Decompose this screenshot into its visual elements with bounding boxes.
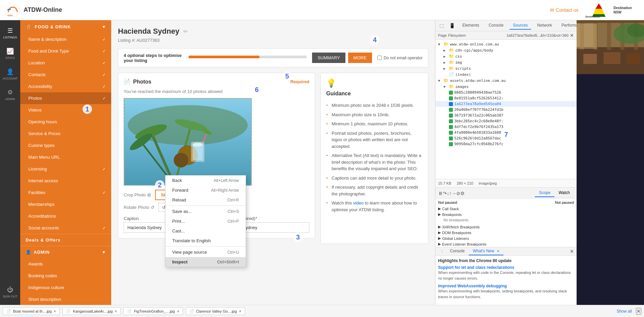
event-title[interactable]: ▶ Event Listener Breakpoints xyxy=(438,242,574,246)
download-item-3[interactable]: 📄 Clarence Valley Go....jpg ∧ xyxy=(186,307,245,315)
show-all-button[interactable]: Show all xyxy=(617,309,632,314)
sidebar-item-indigenous-culture[interactable]: Indigenous culture xyxy=(20,282,111,293)
context-cast[interactable]: Cast... xyxy=(165,226,246,236)
contact-us-link[interactable]: ✉ Contact us xyxy=(550,7,579,13)
call-stack-title[interactable]: ▶ Call Stack xyxy=(438,207,574,211)
global-title[interactable]: ▶ Global Listeners xyxy=(438,236,574,241)
context-save-as[interactable]: Save as... Ctrl+S xyxy=(165,207,246,216)
console-close-button[interactable]: ✕ xyxy=(570,249,574,254)
do-not-email-checkbox[interactable] xyxy=(377,56,382,60)
nav-account[interactable]: 👤 ACCOUNT xyxy=(0,65,20,84)
tree-item-14[interactable]: 4df7dcf2e9b76f2435a173 xyxy=(435,124,577,130)
sidebar-item-cuisine-types[interactable]: Cuisine types xyxy=(20,139,111,151)
context-print[interactable]: Print... Ctrl+P xyxy=(165,216,246,226)
tree-item-0[interactable]: ▼ 📁 www.atdw-online.com.au xyxy=(435,41,577,47)
tree-item-9[interactable]: 0e01551a8cf5262653412: xyxy=(435,95,577,101)
tree-item-2[interactable]: ▶ 📁 css xyxy=(435,53,577,59)
debug-step-over-btn[interactable]: ↷ xyxy=(443,191,447,196)
debug-deactivate-btn[interactable]: ⊘ xyxy=(456,191,460,196)
nav-signout[interactable]: ⏻ SIGN OUT xyxy=(0,283,20,302)
debug-step-btn[interactable]: → xyxy=(452,191,456,196)
tree-item-1[interactable]: ▶ 📁 cdn-cgi/apps/body xyxy=(435,47,577,53)
sidebar-food-drink-header[interactable]: 🍴 FOOD & DRINK ▼ xyxy=(20,20,111,33)
tree-item-17[interactable]: 90950da27cfc0560b276fc xyxy=(435,141,577,147)
sidebar-item-location[interactable]: Location ✓ xyxy=(20,57,111,69)
tree-item-12[interactable]: 3671973672a22c065ab387 xyxy=(435,113,577,118)
sidebar-item-awards[interactable]: Awards xyxy=(20,258,111,270)
devtools-tab-elements[interactable]: Elements xyxy=(459,22,483,30)
download-bar-close-button[interactable]: ✕ xyxy=(636,308,641,315)
download-bar: 📄 Boat moored at th....jpg ∧ 📄 Kangarooa… xyxy=(0,305,644,317)
sidebar-item-memberships[interactable]: Memberships xyxy=(20,198,111,210)
debug-settings-btn[interactable]: ⚙ xyxy=(460,191,465,196)
context-translate[interactable]: Translate to English xyxy=(165,236,246,246)
download-chevron-0[interactable]: ∧ xyxy=(54,309,56,313)
debug-step-into-btn[interactable]: ↓ xyxy=(447,191,449,196)
nav-listings[interactable]: ☰ LISTINGS xyxy=(0,24,20,42)
sidebar-item-accreditations[interactable]: Accreditations xyxy=(20,210,111,222)
video-link[interactable]: video xyxy=(353,200,364,205)
sidebar-item-licensing[interactable]: Licensing ✓ xyxy=(20,163,111,175)
console-tab-whats-new[interactable]: What's New ✕ xyxy=(469,247,503,255)
download-chevron-3[interactable]: ∧ xyxy=(239,309,241,313)
tree-item-10[interactable]: 1a6273ea78a9ed545ea04 xyxy=(435,101,577,107)
download-item-1[interactable]: 📄 KangarooatLakeAr....jpg ∧ xyxy=(62,307,121,315)
tree-item-6[interactable]: ▼ 📁 assets.atdw-online.com.au xyxy=(435,77,577,84)
debug-pause-btn[interactable]: ⏸ xyxy=(438,191,443,196)
sidebar-item-videos[interactable]: Videos xyxy=(20,104,111,116)
nav-admin[interactable]: ⚙ ADMIN xyxy=(0,85,20,104)
more-button[interactable]: MORE xyxy=(348,53,372,63)
context-back[interactable]: Back Alt+Left Arrow xyxy=(165,176,246,185)
tree-label-10: 1a6273ea78a9ed545ea04 xyxy=(454,102,501,106)
watch-tab[interactable]: Watch xyxy=(554,189,574,197)
sidebar-item-accessibility[interactable]: Accessibility ✓ xyxy=(20,81,111,92)
console-tab-console[interactable]: Console xyxy=(446,247,469,255)
download-item-2[interactable]: 📄 FigTreesinGrafton_....jpg ∧ xyxy=(123,307,183,315)
sidebar-item-social-accounts[interactable]: Social accounts ✓ xyxy=(20,222,111,234)
devtools-device-icon[interactable]: 📱 xyxy=(448,22,456,29)
devtools-tab-network[interactable]: Network xyxy=(534,22,555,30)
context-inspect[interactable]: Inspect Ctrl+Shift+I xyxy=(165,257,246,267)
sidebar-item-main-menu-url[interactable]: Main Menu URL xyxy=(20,151,111,163)
edit-icon[interactable]: ✏ xyxy=(183,28,188,35)
sidebar-item-service-prices[interactable]: Service & Prices xyxy=(20,128,111,139)
tree-item-8[interactable]: 0885c2080949430ae7526 xyxy=(435,90,577,95)
tree-item-11[interactable]: 20a460ef707f76b224fd1b xyxy=(435,107,577,113)
sidebar-item-name-description[interactable]: Name & description ✓ xyxy=(20,33,111,45)
nav-stats[interactable]: 📈 STATS xyxy=(0,44,20,63)
tree-item-16[interactable]: 526c9626l0d12a8567dac xyxy=(435,135,577,141)
sidebar-admin-header[interactable]: 👤 ADMIN ▼ xyxy=(20,246,111,258)
tree-item-3[interactable]: ▶ 📁 img xyxy=(435,59,577,65)
tree-item-4[interactable]: ▶ 📁 scripts xyxy=(435,65,577,71)
devtools-tab-console[interactable]: Console xyxy=(485,22,507,30)
tree-item-15[interactable]: 4fa9080e4b501833a1608 xyxy=(435,130,577,135)
devtools-inspect-icon[interactable]: ⬚ xyxy=(438,22,445,29)
sidebar-item-photos[interactable]: Photos ✓ xyxy=(20,92,111,104)
whats-new-close[interactable]: ✕ xyxy=(497,249,499,253)
sidebar-deals-offers-header[interactable]: Deals & Offers xyxy=(20,234,111,246)
context-view-source[interactable]: View page source Ctrl+U xyxy=(165,247,246,257)
sidebar-item-short-description[interactable]: Short description xyxy=(20,293,111,305)
url-close-button[interactable]: ✕ xyxy=(570,33,574,38)
sidebar-item-internet-access[interactable]: Internet access xyxy=(20,175,111,187)
tree-item-7[interactable]: ▼ 📁 images xyxy=(435,84,577,90)
debug-step-out-btn[interactable]: ↑ xyxy=(449,191,452,196)
summary-button[interactable]: SUMMARY xyxy=(312,53,345,63)
breakpoints-title[interactable]: ▶ Breakpoints xyxy=(438,212,574,217)
sidebar-item-booking-codes[interactable]: Booking codes xyxy=(20,270,111,282)
sidebar-item-opening-hours[interactable]: Opening hours xyxy=(20,116,111,128)
tree-item-5[interactable]: 📄 (index) xyxy=(435,71,577,77)
sidebar-item-food-drink-type[interactable]: Food and Drink Type ✓ xyxy=(20,45,111,57)
xhr-title[interactable]: ▶ XHR/fetch Breakpoints xyxy=(438,225,574,229)
tree-item-13[interactable]: 3bbc285ec4c2c68e0e48f: xyxy=(435,118,577,124)
dom-title[interactable]: ▶ DOM Breakpoints xyxy=(438,230,574,235)
sidebar-item-contacts[interactable]: Contacts ✓ xyxy=(20,69,111,81)
scope-tab[interactable]: Scope xyxy=(535,189,554,197)
download-chevron-2[interactable]: ∧ xyxy=(177,309,179,313)
sidebar-item-facilities[interactable]: Facilities ✓ xyxy=(20,187,111,198)
download-chevron-1[interactable]: ∧ xyxy=(115,309,117,313)
download-item-0[interactable]: 📄 Boat moored at th....jpg ∧ xyxy=(3,307,60,315)
devtools-tab-sources[interactable]: Sources xyxy=(510,22,531,30)
context-reload[interactable]: Reload Ctrl+R xyxy=(165,195,246,205)
context-forward[interactable]: Forward Alt+Right Arrow xyxy=(165,185,246,195)
